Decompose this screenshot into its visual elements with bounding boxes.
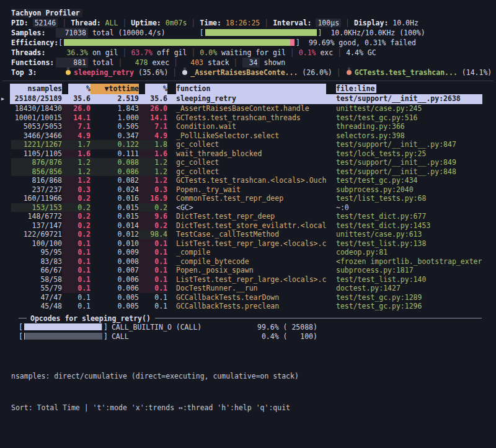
header-function[interactable]: function [167,84,326,94]
time-label: Time: [200,19,221,27]
cell-pct-direct: 0.3 [62,185,91,195]
top3-pct: (14.1%) [462,68,492,77]
cell-function: _AssertRaisesBaseContext.handle [167,104,326,113]
cell-pct-cumulative: 1.6 [139,149,167,159]
table-row[interactable]: 5053/50537.10.5057.1Condition.waitthread… [10,122,482,131]
cell-tottime: 1.843 [91,104,139,113]
opcode-name: CALL [112,332,129,341]
cell-pct-cumulative: 0.2 [139,203,167,213]
functions-exec: 478 [126,58,148,68]
cell-function: gc_collect [167,140,326,149]
cell-tottime: 0.006 [91,275,139,284]
table-row[interactable]: 10001/1001514.11.00014.1GCTests.test_tra… [10,113,482,123]
samples-rate: 10.0KHz/10.0KHz (100%) [330,29,425,37]
cell-pct-direct: 1.2 [62,176,91,185]
divider: │ [191,48,195,57]
table-row[interactable]: 160/119660.20.01616.9CommonTest.test_rep… [10,194,482,203]
table-row[interactable]: 55/790.10.0060.1DocTestRunner.__rundocte… [10,284,482,293]
table-row[interactable]: 45/480.10.0050.1GCCallbackTests.preclean… [10,302,482,311]
cell-file-line: selectors.py:398 [326,131,482,141]
table-row[interactable]: 148/67720.20.0159.6DictTest.test_repr_de… [10,212,482,221]
table-row[interactable]: 876/8761.20.0881.2gc_collecttest/support… [10,158,482,167]
table-row[interactable]: 1221/12671.70.1221.8gc_collecttest/suppo… [10,140,482,149]
cell-function: _compile [167,248,326,257]
table-row[interactable]: 95/950.10.0090.1_compilecodeop.py:81 [10,248,482,257]
cell-nsamples: 137/147 [11,221,62,231]
table-row[interactable]: 1105/11051.60.1111.6wait_threads_blocked… [10,149,482,159]
cell-nsamples: 10001/10015 [11,113,62,123]
cell-pct-cumulative: 1.2 [139,167,167,177]
threads-label: Threads: [11,48,56,58]
cell-pct-direct: 35.6 [62,94,91,103]
divider: │ [174,58,178,67]
header-nsamples[interactable]: nsamples [11,84,62,94]
divider: │ [191,19,195,27]
divider: │ [118,58,123,67]
cell-file-line: test/support/__init__.py:2638 [326,94,482,103]
table-row[interactable]: 100/1000.10.0100.1ListTest.test_repr_lar… [10,239,482,248]
table-row[interactable]: 153/1530.20.0150.2<GC>~:0 [10,203,482,213]
header-pct-cumulative[interactable]: % [139,84,167,94]
cell-nsamples: 1221/1267 [11,140,62,149]
table-row[interactable]: 18430/1843026.01.84326.0_AssertRaisesBas… [10,104,482,113]
table-row[interactable]: 47/470.10.0050.1GCCallbackTests.tearDown… [10,293,482,302]
cell-file-line: test/lock_tests.py:25 [326,149,482,159]
exc-value: 0.1% [299,48,316,57]
functions-total-suffix: total [88,58,114,67]
table-row[interactable]: 122/697210.20.01298.4TestCase._callTestM… [10,230,482,239]
samples-bar-open: [ [200,29,204,37]
cell-file-line: subprocess.py:2040 [326,185,482,195]
cell-pct-cumulative: 14.1 [139,113,167,123]
functions-stack-suffix: stack [203,58,229,67]
cell-pct-direct: 1.2 [62,167,91,177]
opcode-bar-close: ] [104,332,108,341]
header-file-line[interactable]: file:line [326,84,482,94]
cell-pct-cumulative: 9.6 [139,212,167,221]
opcode-bar-open: [ [19,332,23,341]
table-row[interactable]: 237/2370.30.0240.3Popen._try_waitsubproc… [10,185,482,195]
table-row[interactable]: 58/580.10.0060.1ListTest.test_repr_large… [10,275,482,284]
table-row[interactable]: 66/670.10.0070.1Popen._posix_spawnsubpro… [10,266,482,275]
cell-function: CommonTest.test_repr_deep [167,194,326,203]
table-row[interactable]: 3466/34664.90.3474.9_PollLikeSelector.se… [10,131,482,141]
cell-pct-cumulative: 0.3 [139,185,167,195]
cell-pct-direct: 26.0 [62,104,91,113]
thread-value[interactable]: ALL [105,19,118,27]
cell-nsamples: 148/6772 [11,212,62,221]
cell-tottime: 1.000 [91,113,139,123]
cell-nsamples: 100/100 [11,239,62,248]
cell-pct-direct: 1.7 [62,140,91,149]
table-row[interactable]: 83/830.10.0080.1_compile_bytecode<frozen… [10,257,482,266]
top1-name[interactable]: sleeping_retry [74,68,134,77]
table-row-selected[interactable]: ▶25188/2518935.62.51935.6sleeping_retryt… [10,94,482,104]
cell-nsamples: 95/95 [11,248,62,257]
cell-tottime: 0.007 [91,266,139,275]
cell-pct-cumulative: 35.6 [139,94,167,103]
opcodes-body: []CALL_BUILTIN_O (CALL)99.6% ( 25088)[]C… [19,323,482,341]
footer: nsamples: direct/cumulative (direct=exec… [11,350,299,434]
functions-stack: 403 [182,58,203,68]
header-tottime-sorted[interactable]: ▼tottime [91,84,139,94]
footer-keybinds[interactable]: Sort: Total Time | 't':mode 'x':trends ↔… [11,403,299,413]
cell-function: gc_collect [167,167,326,177]
cell-file-line: threading.py:366 [326,122,482,131]
divider: │ [345,19,350,27]
divider: │ [264,19,268,27]
table-row[interactable]: 816/8681.20.0821.2GCTests.test_trashcan.… [10,176,482,185]
cell-function: TestCase._callTestMethod [167,230,326,239]
cell-tottime: 0.122 [91,140,139,149]
header-pct-direct[interactable]: % [62,84,91,94]
cell-nsamples: 122/69721 [11,230,62,239]
table-row[interactable]: 137/1470.20.0140.2DictTest.test_store_ev… [10,221,482,231]
opcodes-rule-right [155,318,482,318]
opcode-stat: 99.6% ( 25088) [257,323,317,332]
divider: │ [62,19,66,27]
top3-name[interactable]: GCTests.test_trashcan... [355,68,458,77]
table-row[interactable]: 856/8561.20.0861.2gc_collecttest/support… [10,167,482,177]
cell-pct-direct: 0.1 [62,257,91,266]
cell-pct-direct: 0.1 [62,275,91,284]
cell-function: gc_collect [167,158,326,167]
table-header: nsamples % ▼tottime % function file:line [10,84,482,94]
top2-name[interactable]: _AssertRaisesBaseConte... [190,68,298,77]
function-table-body: ▶25188/2518935.62.51935.6sleeping_retryt… [10,94,482,311]
